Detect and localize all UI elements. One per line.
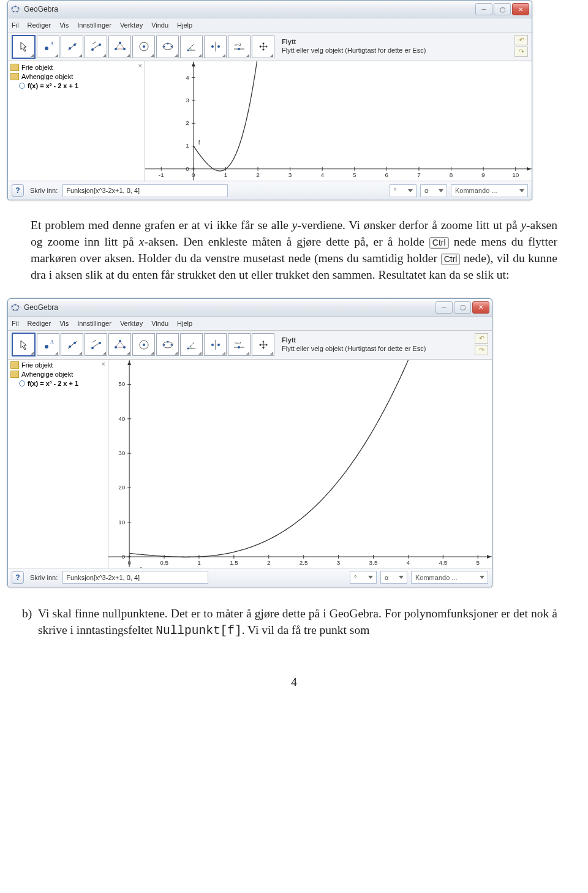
undo-button[interactable]: ↶ xyxy=(475,333,488,344)
menu-fil[interactable]: Fil xyxy=(12,21,19,29)
menubar: Fil Rediger Vis Innstillinger Verktøy Vi… xyxy=(8,317,492,331)
menu-vis[interactable]: Vis xyxy=(59,320,69,327)
tool-slider[interactable]: a=2 xyxy=(228,36,251,58)
tool-point[interactable]: A xyxy=(37,36,59,58)
app-logo-icon xyxy=(10,4,20,14)
window-title: GeoGebra xyxy=(24,303,435,312)
redo-button[interactable]: ↷ xyxy=(475,345,488,355)
graphics-view-2[interactable]: 00.511.522.533.544.5501020304050f xyxy=(108,360,492,568)
command-dropdown[interactable]: Kommando ... xyxy=(411,571,488,584)
tool-conic[interactable] xyxy=(156,333,179,356)
menu-vindu[interactable]: Vindu xyxy=(151,320,168,327)
tree-dependent-objects[interactable]: Avhengige objekt xyxy=(10,72,142,81)
tool-move-view[interactable] xyxy=(252,333,274,356)
minimize-button[interactable]: ─ xyxy=(435,301,453,314)
svg-point-95 xyxy=(163,344,165,345)
tool-reflect[interactable] xyxy=(204,333,227,356)
tool-move[interactable] xyxy=(12,333,36,356)
menu-fil[interactable]: Fil xyxy=(12,320,19,327)
tree-function-f[interactable]: f(x) = x³ - 2 x + 1 xyxy=(10,81,142,90)
svg-text:0: 0 xyxy=(186,165,189,172)
svg-text:5: 5 xyxy=(353,171,356,178)
symbol-alpha-dropdown[interactable]: α xyxy=(420,184,447,197)
svg-text:3: 3 xyxy=(288,171,292,178)
svg-text:50: 50 xyxy=(118,380,126,387)
menu-rediger[interactable]: Rediger xyxy=(28,320,51,327)
maximize-button[interactable]: ▢ xyxy=(494,3,511,15)
menu-rediger[interactable]: Rediger xyxy=(28,21,51,29)
svg-text:6: 6 xyxy=(385,171,389,178)
svg-marker-110 xyxy=(127,361,131,365)
menu-innstillinger[interactable]: Innstillinger xyxy=(77,21,111,29)
symbol-alpha-dropdown[interactable]: α xyxy=(380,571,407,584)
svg-text:3: 3 xyxy=(186,97,189,104)
svg-point-5 xyxy=(13,11,15,13)
tool-segment[interactable] xyxy=(85,36,107,58)
tool-segment[interactable] xyxy=(85,333,107,356)
command-input[interactable]: Funksjon[x^3-2x+1, 0, 4] xyxy=(62,184,228,197)
menu-vindu[interactable]: Vindu xyxy=(151,21,168,29)
tool-move[interactable] xyxy=(12,35,36,59)
tool-circle[interactable] xyxy=(132,333,155,356)
menu-verktoy[interactable]: Verktøy xyxy=(120,320,143,327)
svg-point-27 xyxy=(211,45,214,48)
symbol-degree-dropdown[interactable]: ° xyxy=(350,571,377,584)
folder-icon xyxy=(10,73,19,80)
menu-verktoy[interactable]: Verktøy xyxy=(120,21,143,29)
help-button[interactable]: ? xyxy=(12,571,24,584)
svg-point-86 xyxy=(91,347,94,349)
svg-line-85 xyxy=(92,340,96,342)
graphics-view-1[interactable]: -101234567891001234f xyxy=(145,61,532,181)
close-panel-icon[interactable]: × xyxy=(102,360,105,367)
menu-hjelp[interactable]: Hjelp xyxy=(177,21,192,29)
plot-1[interactable]: -101234567891001234f xyxy=(145,61,532,181)
tool-angle[interactable] xyxy=(180,36,203,58)
svg-point-13 xyxy=(91,48,94,51)
menu-hjelp[interactable]: Hjelp xyxy=(177,320,192,327)
svg-marker-36 xyxy=(527,167,531,171)
svg-text:5: 5 xyxy=(476,559,480,566)
tool-polygon[interactable] xyxy=(108,36,131,58)
close-button[interactable]: ✕ xyxy=(512,3,529,15)
svg-point-93 xyxy=(143,344,145,346)
tool-description: Flytt eller velg objekt (Hurtigtast for … xyxy=(282,47,426,55)
tool-polygon[interactable] xyxy=(108,333,131,356)
tree-free-objects[interactable]: Frie objekt xyxy=(10,361,105,370)
svg-point-3 xyxy=(18,7,20,9)
svg-point-75 xyxy=(15,304,17,306)
svg-point-101 xyxy=(217,344,220,346)
command-dropdown[interactable]: Kommando ... xyxy=(451,184,528,197)
close-panel-icon[interactable]: × xyxy=(138,62,142,69)
tool-move-view[interactable] xyxy=(252,36,274,58)
tool-line[interactable] xyxy=(61,333,83,356)
object-dot-icon xyxy=(19,380,25,386)
tool-point[interactable]: A xyxy=(37,333,59,356)
command-input[interactable]: Funksjon[x^3-2x+1, 0, 4] xyxy=(62,571,208,584)
tool-slider[interactable]: a=2 xyxy=(228,333,251,356)
tool-conic[interactable] xyxy=(156,36,179,58)
symbol-degree-dropdown[interactable]: ° xyxy=(390,184,417,197)
tree-free-objects[interactable]: Frie objekt xyxy=(10,62,142,72)
help-button[interactable]: ? xyxy=(12,184,24,197)
svg-text:2: 2 xyxy=(256,171,260,178)
minimize-button[interactable]: ─ xyxy=(475,3,492,15)
menu-vis[interactable]: Vis xyxy=(59,21,69,29)
tool-angle[interactable] xyxy=(180,333,203,356)
svg-text:8: 8 xyxy=(450,171,453,178)
window-title: GeoGebra xyxy=(24,5,475,13)
undo-button[interactable]: ↶ xyxy=(514,35,528,45)
tree-function-f[interactable]: f(x) = x³ - 2 x + 1 xyxy=(10,379,105,388)
close-button[interactable]: ✕ xyxy=(472,301,489,314)
redo-button[interactable]: ↷ xyxy=(514,47,528,57)
tool-circle[interactable] xyxy=(132,36,155,58)
list-marker: b) xyxy=(22,606,38,639)
algebra-panel: × Frie objekt Avhengige objekt f(x) = x³… xyxy=(8,360,108,568)
tool-reflect[interactable] xyxy=(204,36,227,58)
maximize-button[interactable]: ▢ xyxy=(454,301,471,314)
titlebar[interactable]: GeoGebra ─ ▢ ✕ xyxy=(8,299,492,317)
titlebar[interactable]: GeoGebra ─ ▢ ✕ xyxy=(8,1,532,18)
tree-dependent-objects[interactable]: Avhengige objekt xyxy=(10,370,105,379)
menu-innstillinger[interactable]: Innstillinger xyxy=(77,320,111,327)
plot-2[interactable]: 00.511.522.533.544.5501020304050f xyxy=(108,360,492,568)
tool-line[interactable] xyxy=(61,36,83,58)
